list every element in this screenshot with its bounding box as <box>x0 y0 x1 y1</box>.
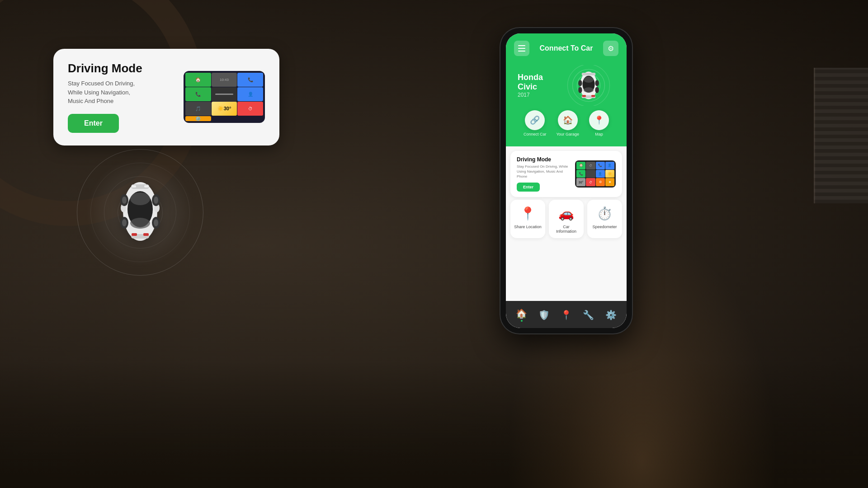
connect-to-car-title: Connect To Car <box>540 44 593 52</box>
car-information-item[interactable]: 🚗 Car Information <box>549 200 584 238</box>
phone-screen: Connect To Car ⚙ Honda Civic 2017 <box>506 33 627 328</box>
shield-icon: 🛡️ <box>538 310 550 320</box>
svg-rect-27 <box>582 73 595 75</box>
feature-grid: 📍 Share Location 🚗 Car Information ⏱️ Sp… <box>506 200 627 242</box>
speedometer-icon: ⏱️ <box>597 206 613 221</box>
phone-body: Driving Mode Stay Focused On Driving, Wh… <box>506 146 627 301</box>
connect-car-label: Connect Car <box>524 132 547 136</box>
your-garage-action[interactable]: 🏠 Your Garage <box>556 110 579 136</box>
phone-driving-title: Driving Mode <box>517 156 571 163</box>
phone-driving-preview: 🏠 ⏱ 📞 👤 📞 👤 ☀️ 30° ⏱ ⚙ ★ <box>575 160 616 188</box>
nav-home[interactable]: 🏠 <box>512 306 531 324</box>
car-float-decoration <box>77 149 203 277</box>
menu-line-2 <box>518 48 525 49</box>
svg-point-34 <box>595 87 599 93</box>
svg-rect-7 <box>143 233 149 236</box>
driving-mode-description: Stay Focused On Driving, While Using Nav… <box>68 79 175 106</box>
svg-point-26 <box>584 87 594 93</box>
speedometer-label: Speedometer <box>592 225 617 229</box>
phone-driving-mode-card: Driving Mode Stay Focused On Driving, Wh… <box>510 151 622 197</box>
vent-decoration <box>814 68 868 203</box>
dashboard-console <box>0 361 868 488</box>
nav-location[interactable]: 📍 <box>557 308 576 322</box>
svg-rect-29 <box>582 95 586 97</box>
phone-mockup: Connect To Car ⚙ Honda Civic 2017 <box>500 27 633 334</box>
driving-mode-card: Driving Mode Stay Focused On Driving, Wh… <box>53 49 279 145</box>
share-location-label: Share Location <box>514 225 542 229</box>
menu-line-3 <box>518 51 525 52</box>
location-icon: 📍 <box>561 310 572 320</box>
car-information-label: Car Information <box>552 225 580 234</box>
car-year: 2017 <box>518 92 563 98</box>
car-information-icon: 🚗 <box>558 206 574 221</box>
driving-mode-preview: 🏠 10:43 📞 📞 👤 🎵 ☀️30° ⏱ ⚙️ <box>184 71 265 123</box>
home-icon: 🏠 <box>516 308 527 319</box>
phone-enter-button[interactable]: Enter <box>517 183 540 192</box>
phone-container: Connect To Car ⚙ Honda Civic 2017 <box>500 27 633 334</box>
nav-garage[interactable]: 🔧 <box>579 308 598 322</box>
svg-point-3 <box>130 218 150 229</box>
your-garage-label: Your Garage <box>556 132 579 136</box>
svg-point-18 <box>122 219 127 226</box>
svg-rect-8 <box>132 185 136 188</box>
bottom-nav: 🏠 🛡️ 📍 🔧 ⚙️ <box>506 301 627 328</box>
settings-icon: ⚙️ <box>605 310 617 320</box>
svg-point-19 <box>154 219 158 226</box>
car-top-view-left <box>115 175 165 249</box>
svg-point-25 <box>584 77 594 83</box>
phone-header: Connect To Car ⚙ Honda Civic 2017 <box>506 33 627 146</box>
share-location-icon: 📍 <box>520 206 536 221</box>
share-location-item[interactable]: 📍 Share Location <box>510 200 545 238</box>
svg-point-33 <box>579 87 582 93</box>
svg-point-32 <box>595 80 599 86</box>
driving-mode-title: Driving Mode <box>68 61 175 75</box>
car-name: Honda Civic <box>518 73 563 92</box>
svg-rect-30 <box>591 95 595 97</box>
svg-point-31 <box>579 80 582 86</box>
garage-icon: 🔧 <box>583 310 594 320</box>
svg-rect-9 <box>144 185 149 188</box>
svg-point-2 <box>130 192 150 205</box>
map-action[interactable]: 📍 Map <box>589 110 609 136</box>
phone-driving-description: Stay Focused On Driving, While Using Nav… <box>517 164 571 179</box>
car-image-phone <box>563 65 615 106</box>
speedometer-item[interactable]: ⏱️ Speedometer <box>587 200 622 238</box>
quick-actions-row: 🔗 Connect Car 🏠 Your Garage 📍 Map <box>514 108 618 141</box>
menu-line-1 <box>518 45 525 46</box>
settings-button[interactable]: ⚙ <box>603 41 618 56</box>
svg-rect-6 <box>132 233 137 236</box>
map-label: Map <box>595 132 603 136</box>
connect-car-action[interactable]: 🔗 Connect Car <box>524 110 547 136</box>
enter-button[interactable]: Enter <box>68 114 119 133</box>
svg-point-17 <box>154 197 158 204</box>
menu-button[interactable] <box>514 41 529 56</box>
svg-point-16 <box>122 197 127 204</box>
nav-shield[interactable]: 🛡️ <box>535 308 553 322</box>
nav-settings[interactable]: ⚙️ <box>602 308 620 322</box>
